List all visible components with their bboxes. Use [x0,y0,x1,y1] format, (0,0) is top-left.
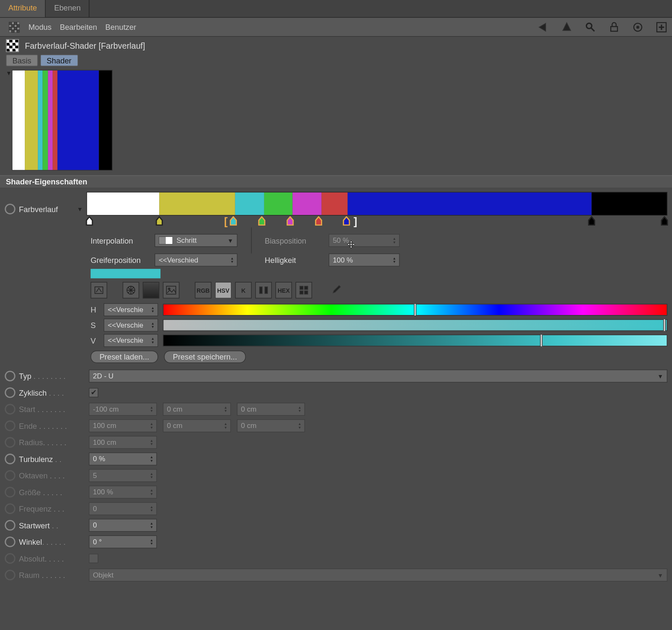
field-v[interactable]: <<Verschie▲▼ [104,334,158,347]
anim-dot-oktaven [5,470,15,481]
checkerboard-icon[interactable] [8,21,20,33]
anim-dot-startwert[interactable] [5,520,15,530]
target-icon[interactable] [632,21,643,33]
field-radius: 100 cm▲▼ [89,436,157,449]
field-startwert[interactable]: 0▲▼ [89,519,157,532]
mode-k[interactable]: K [235,282,252,298]
gradient-knot[interactable] [229,215,238,225]
field-s[interactable]: <<Verschie▲▼ [104,319,158,332]
nav-up-icon[interactable] [561,21,572,33]
eyedropper-icon[interactable] [328,282,344,298]
checkbox-zyklisch[interactable]: ✔ [89,388,99,398]
dropdown-interpolation[interactable]: Schritt▼ [155,234,237,247]
mode-hex[interactable]: HEX [276,282,292,298]
subtab-basis[interactable]: Basis [6,55,38,66]
anim-dot-raum [5,570,15,580]
field-winkel[interactable]: 0 °▲▼ [89,536,157,549]
gradient-dropdown-icon[interactable]: ▼ [77,206,83,213]
field-start-z: 0 cm▲▼ [237,403,305,416]
field-biasposition: 50 %▲▼ [329,234,400,247]
label-frequenz: Frequenz . . . [19,504,89,513]
label-helligkeit: Helligkeit [265,255,324,264]
anim-dot-farbverlauf[interactable] [5,204,15,214]
field-ende-x: 100 cm▲▼ [89,419,157,432]
gradient-bar[interactable] [87,192,667,215]
btn-preset-save[interactable]: Preset speichern... [164,351,246,363]
label-farbverlauf: Farbverlauf [19,205,76,213]
anim-dot-winkel[interactable] [5,536,15,547]
field-frequenz: 0▲▼ [89,502,157,515]
slider-s[interactable] [163,319,667,331]
toolbar-bearbeiten[interactable]: Bearbeiten [60,23,97,32]
nav-back-icon[interactable] [537,21,549,33]
anim-dot-frequenz [5,504,15,514]
svg-point-9 [586,23,592,29]
gradient-knot[interactable] [85,215,94,225]
svg-rect-27 [300,286,303,289]
shader-preview[interactable] [12,70,113,171]
section-shader-properties: Shader-Eigenschaften [0,175,672,188]
selection-bracket-left[interactable]: [ [224,215,227,228]
gradient-knot[interactable] [343,215,351,225]
svg-rect-6 [17,24,19,27]
label-groesse: Größe . . . . . [19,488,89,496]
toolbar-modus[interactable]: Modus [29,23,52,32]
field-ende-z: 0 cm▲▼ [237,419,305,432]
search-icon[interactable] [585,21,596,33]
label-startwert: Startwert . . [19,521,89,530]
label-turbulenz: Turbulenz . . [19,454,89,463]
svg-rect-2 [14,21,17,24]
gradient-knot[interactable] [286,215,294,225]
gradient-knot[interactable] [258,215,266,225]
anim-dot-ende [5,420,15,431]
label-interpolation: Interpolation [91,236,150,245]
slider-v[interactable] [163,335,667,346]
svg-point-24 [168,288,170,290]
anim-dot-turbulenz[interactable] [5,454,15,464]
gradient-knot[interactable] [315,215,323,225]
field-turbulenz[interactable]: 0 %▲▼ [89,452,157,465]
svg-rect-29 [300,291,303,294]
field-groesse: 100 %▲▼ [89,486,157,499]
anim-dot-typ[interactable] [5,371,15,381]
gradient-knot[interactable] [588,215,596,225]
toolbar-benutzer[interactable]: Benutzer [105,23,136,32]
spectrum-icon[interactable] [143,282,159,298]
subtab-shader[interactable]: Shader [40,55,78,66]
gradient-knot[interactable] [660,215,669,225]
tab-ebenen[interactable]: Ebenen [46,0,89,17]
brightness-slider-icon[interactable] [91,282,107,298]
element-title-row: Farbverlauf-Shader [Farbverlauf] [0,37,672,54]
svg-rect-7 [11,30,14,32]
field-h[interactable]: <<Verschie▲▼ [104,303,158,316]
new-panel-icon[interactable] [656,21,667,33]
anim-dot-zyklisch[interactable] [5,387,15,398]
mode-hsv[interactable]: HSV [215,282,231,298]
selection-bracket-right[interactable]: ] [354,215,357,228]
label-ende: Ende . . . . . . . [19,421,89,430]
preview-collapse-toggle[interactable]: ▼ [6,70,12,171]
color-swatch[interactable] [91,269,160,278]
btn-preset-load[interactable]: Preset laden... [91,351,158,363]
color-wheel-icon[interactable] [123,282,139,298]
dropdown-typ[interactable]: 2D - U▼ [89,370,668,383]
gradient-knot[interactable] [155,215,163,225]
swatches-icon[interactable] [296,282,312,298]
svg-line-10 [591,28,594,31]
svg-rect-1 [9,21,11,24]
tab-attribute[interactable]: Attribute [0,0,46,17]
svg-rect-25 [260,287,262,294]
attribute-toolbar: Modus Bearbeiten Benutzer [0,18,672,37]
mode-rgb[interactable]: RGB [195,282,211,298]
gradient-knot-row[interactable]: [] [87,215,667,226]
svg-point-13 [636,26,639,28]
lock-icon[interactable] [608,21,620,33]
field-greiferposition[interactable]: <<Verschied▲▼ [155,253,237,266]
field-ende-y: 0 cm▲▼ [163,419,231,432]
slider-h[interactable] [163,304,667,315]
picture-icon[interactable] [163,282,179,298]
svg-rect-8 [17,30,19,32]
label-h: H [91,305,99,314]
mixer-icon[interactable] [255,282,272,298]
field-helligkeit[interactable]: 100 %▲▼ [329,253,400,266]
